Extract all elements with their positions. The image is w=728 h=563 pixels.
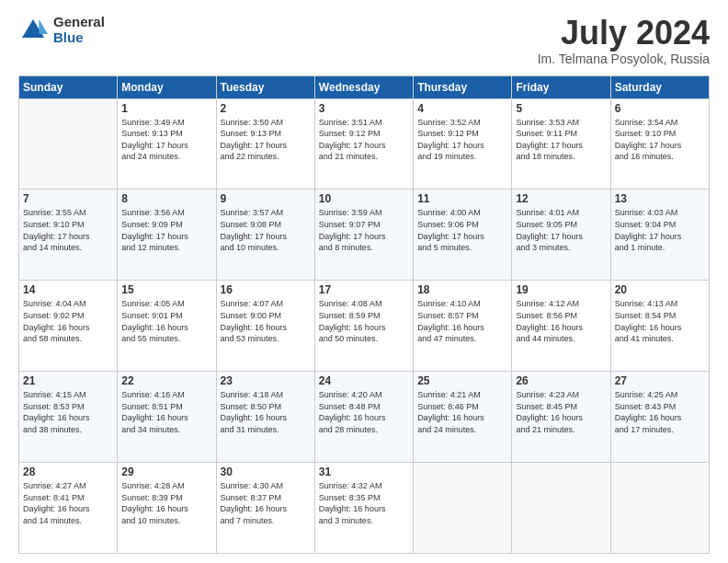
calendar-cell	[414, 463, 512, 554]
day-number: 8	[121, 192, 211, 205]
calendar-cell: 22Sunrise: 4:16 AM Sunset: 8:51 PM Dayli…	[118, 372, 216, 463]
logo-general: General	[53, 15, 105, 30]
calendar-cell: 5Sunrise: 3:53 AM Sunset: 9:11 PM Daylig…	[512, 98, 610, 190]
day-number: 18	[417, 283, 507, 296]
day-number: 7	[23, 192, 113, 205]
calendar-cell: 19Sunrise: 4:12 AM Sunset: 8:56 PM Dayli…	[512, 281, 610, 372]
month-title: July 2024	[538, 15, 710, 52]
calendar-cell: 2Sunrise: 3:50 AM Sunset: 9:13 PM Daylig…	[216, 98, 314, 190]
header: General Blue July 2024 Im. Telmana Posyo…	[18, 15, 710, 66]
calendar-cell: 25Sunrise: 4:21 AM Sunset: 8:46 PM Dayli…	[414, 372, 512, 463]
calendar-cell: 7Sunrise: 3:55 AM Sunset: 9:10 PM Daylig…	[19, 190, 118, 281]
title-block: July 2024 Im. Telmana Posyolok, Russia	[538, 15, 710, 66]
calendar-cell: 1Sunrise: 3:49 AM Sunset: 9:13 PM Daylig…	[118, 98, 216, 190]
week-row-2: 7Sunrise: 3:55 AM Sunset: 9:10 PM Daylig…	[19, 190, 710, 281]
calendar-cell	[19, 98, 118, 190]
calendar-cell: 21Sunrise: 4:15 AM Sunset: 8:53 PM Dayli…	[19, 372, 118, 463]
calendar-cell: 24Sunrise: 4:20 AM Sunset: 8:48 PM Dayli…	[314, 372, 413, 463]
calendar: SundayMondayTuesdayWednesdayThursdayFrid…	[18, 75, 710, 554]
col-header-friday: Friday	[512, 75, 610, 98]
day-number: 26	[516, 374, 606, 387]
day-info: Sunrise: 3:50 AM Sunset: 9:13 PM Dayligh…	[221, 117, 311, 163]
calendar-cell: 27Sunrise: 4:25 AM Sunset: 8:43 PM Dayli…	[610, 372, 709, 463]
day-info: Sunrise: 3:51 AM Sunset: 9:12 PM Dayligh…	[319, 117, 409, 163]
day-info: Sunrise: 4:25 AM Sunset: 8:43 PM Dayligh…	[615, 389, 705, 435]
day-number: 1	[121, 102, 211, 115]
calendar-cell: 16Sunrise: 4:07 AM Sunset: 9:00 PM Dayli…	[216, 281, 314, 372]
day-number: 13	[615, 192, 705, 205]
col-header-tuesday: Tuesday	[216, 75, 314, 98]
col-header-thursday: Thursday	[414, 75, 512, 98]
day-number: 30	[221, 465, 311, 478]
day-number: 15	[121, 283, 211, 296]
day-info: Sunrise: 4:04 AM Sunset: 9:02 PM Dayligh…	[23, 298, 113, 344]
day-number: 25	[417, 374, 507, 387]
day-number: 9	[221, 192, 311, 205]
day-info: Sunrise: 4:27 AM Sunset: 8:41 PM Dayligh…	[23, 480, 113, 526]
calendar-cell: 29Sunrise: 4:28 AM Sunset: 8:39 PM Dayli…	[118, 463, 216, 554]
day-number: 24	[319, 374, 409, 387]
calendar-cell: 4Sunrise: 3:52 AM Sunset: 9:12 PM Daylig…	[414, 98, 512, 190]
day-info: Sunrise: 4:15 AM Sunset: 8:53 PM Dayligh…	[23, 389, 113, 435]
calendar-cell: 17Sunrise: 4:08 AM Sunset: 8:59 PM Dayli…	[314, 281, 413, 372]
calendar-cell: 9Sunrise: 3:57 AM Sunset: 9:08 PM Daylig…	[216, 190, 314, 281]
col-header-sunday: Sunday	[19, 75, 118, 98]
day-info: Sunrise: 4:16 AM Sunset: 8:51 PM Dayligh…	[121, 389, 211, 435]
calendar-cell: 31Sunrise: 4:32 AM Sunset: 8:35 PM Dayli…	[314, 463, 413, 554]
calendar-cell: 20Sunrise: 4:13 AM Sunset: 8:54 PM Dayli…	[610, 281, 709, 372]
calendar-cell	[512, 463, 610, 554]
col-header-monday: Monday	[118, 75, 216, 98]
calendar-cell: 18Sunrise: 4:10 AM Sunset: 8:57 PM Dayli…	[414, 281, 512, 372]
day-info: Sunrise: 4:10 AM Sunset: 8:57 PM Dayligh…	[417, 298, 507, 344]
day-info: Sunrise: 4:23 AM Sunset: 8:45 PM Dayligh…	[516, 389, 606, 435]
day-info: Sunrise: 4:32 AM Sunset: 8:35 PM Dayligh…	[319, 480, 409, 526]
day-info: Sunrise: 4:21 AM Sunset: 8:46 PM Dayligh…	[417, 389, 507, 435]
day-info: Sunrise: 3:56 AM Sunset: 9:09 PM Dayligh…	[121, 207, 211, 253]
col-header-wednesday: Wednesday	[314, 75, 413, 98]
calendar-cell: 23Sunrise: 4:18 AM Sunset: 8:50 PM Dayli…	[216, 372, 314, 463]
day-number: 3	[319, 102, 409, 115]
calendar-cell: 6Sunrise: 3:54 AM Sunset: 9:10 PM Daylig…	[610, 98, 709, 190]
day-number: 2	[221, 102, 311, 115]
day-number: 21	[23, 374, 113, 387]
day-info: Sunrise: 3:57 AM Sunset: 9:08 PM Dayligh…	[221, 207, 311, 253]
calendar-cell: 14Sunrise: 4:04 AM Sunset: 9:02 PM Dayli…	[19, 281, 118, 372]
day-number: 20	[615, 283, 705, 296]
logo-text: General Blue	[53, 15, 105, 45]
day-info: Sunrise: 4:03 AM Sunset: 9:04 PM Dayligh…	[615, 207, 705, 253]
calendar-cell: 30Sunrise: 4:30 AM Sunset: 8:37 PM Dayli…	[216, 463, 314, 554]
day-number: 31	[319, 465, 409, 478]
calendar-cell: 11Sunrise: 4:00 AM Sunset: 9:06 PM Dayli…	[414, 190, 512, 281]
svg-marker-1	[39, 19, 48, 34]
day-number: 27	[615, 374, 705, 387]
day-info: Sunrise: 4:05 AM Sunset: 9:01 PM Dayligh…	[121, 298, 211, 344]
subtitle: Im. Telmana Posyolok, Russia	[538, 52, 710, 66]
day-number: 11	[417, 192, 507, 205]
day-info: Sunrise: 4:18 AM Sunset: 8:50 PM Dayligh…	[221, 389, 311, 435]
week-row-5: 28Sunrise: 4:27 AM Sunset: 8:41 PM Dayli…	[19, 463, 710, 554]
calendar-cell: 26Sunrise: 4:23 AM Sunset: 8:45 PM Dayli…	[512, 372, 610, 463]
day-info: Sunrise: 4:28 AM Sunset: 8:39 PM Dayligh…	[121, 480, 211, 526]
day-number: 23	[221, 374, 311, 387]
day-info: Sunrise: 4:07 AM Sunset: 9:00 PM Dayligh…	[221, 298, 311, 344]
day-number: 19	[516, 283, 606, 296]
calendar-cell: 8Sunrise: 3:56 AM Sunset: 9:09 PM Daylig…	[118, 190, 216, 281]
day-info: Sunrise: 4:30 AM Sunset: 8:37 PM Dayligh…	[221, 480, 311, 526]
day-info: Sunrise: 3:49 AM Sunset: 9:13 PM Dayligh…	[121, 117, 211, 163]
day-number: 5	[516, 102, 606, 115]
day-number: 14	[23, 283, 113, 296]
day-number: 16	[221, 283, 311, 296]
day-info: Sunrise: 4:20 AM Sunset: 8:48 PM Dayligh…	[319, 389, 409, 435]
col-header-saturday: Saturday	[610, 75, 709, 98]
calendar-cell: 13Sunrise: 4:03 AM Sunset: 9:04 PM Dayli…	[610, 190, 709, 281]
day-info: Sunrise: 4:08 AM Sunset: 8:59 PM Dayligh…	[319, 298, 409, 344]
calendar-cell: 28Sunrise: 4:27 AM Sunset: 8:41 PM Dayli…	[19, 463, 118, 554]
calendar-cell: 12Sunrise: 4:01 AM Sunset: 9:05 PM Dayli…	[512, 190, 610, 281]
day-info: Sunrise: 4:13 AM Sunset: 8:54 PM Dayligh…	[615, 298, 705, 344]
week-row-3: 14Sunrise: 4:04 AM Sunset: 9:02 PM Dayli…	[19, 281, 710, 372]
day-number: 6	[615, 102, 705, 115]
calendar-cell: 15Sunrise: 4:05 AM Sunset: 9:01 PM Dayli…	[118, 281, 216, 372]
calendar-header-row: SundayMondayTuesdayWednesdayThursdayFrid…	[19, 75, 710, 98]
day-number: 10	[319, 192, 409, 205]
logo: General Blue	[18, 15, 105, 45]
